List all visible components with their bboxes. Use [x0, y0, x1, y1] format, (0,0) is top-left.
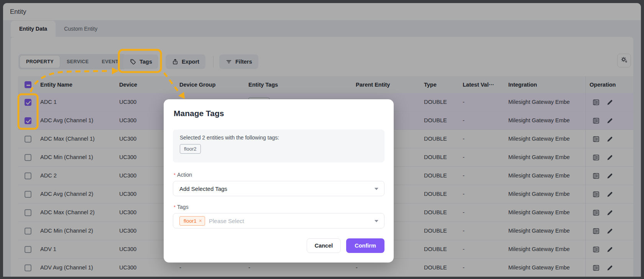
required-asterisk: * [174, 204, 176, 210]
selection-summary-text: Selected 2 entities with the following t… [180, 135, 378, 141]
selection-summary-box: Selected 2 entities with the following t… [173, 130, 384, 162]
chevron-down-icon [375, 188, 378, 190]
confirm-button[interactable]: Confirm [346, 238, 384, 253]
chevron-down-icon [375, 220, 378, 222]
action-select[interactable]: Add Selected Tags [173, 181, 384, 196]
selected-tag-chip: floor1 × [179, 216, 205, 226]
tags-placeholder: Please Select [209, 218, 244, 224]
tags-multiselect[interactable]: floor1 × Please Select [173, 213, 384, 228]
summary-tag-chip: floor2 [180, 144, 201, 154]
action-select-value: Add Selected Tags [179, 185, 227, 192]
modal-title: Manage Tags [174, 109, 224, 118]
tags-field-label: *Tags [174, 204, 189, 210]
action-field-label: *Action [174, 172, 192, 178]
cancel-button[interactable]: Cancel [307, 238, 341, 253]
required-asterisk: * [174, 172, 176, 178]
manage-tags-modal: Manage Tags Selected 2 entities with the… [164, 99, 394, 263]
remove-tag-icon[interactable]: × [199, 217, 202, 225]
